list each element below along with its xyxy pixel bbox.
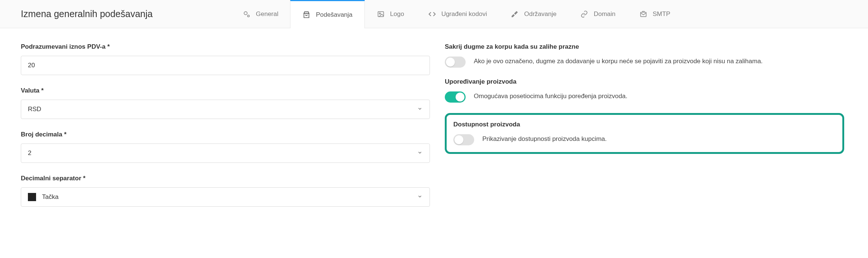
form-group-vat: Podrazumevani iznos PDV-a *: [21, 43, 430, 75]
availability-highlight-box: Dostupnost proizvoda Prikazivanje dostup…: [445, 113, 844, 154]
tabs: General Podešavanja Logo Ugrađeni kodovi: [231, 0, 682, 28]
availability-title: Dostupnost proizvoda: [453, 121, 836, 128]
tab-label: Podešavanja: [316, 11, 352, 19]
mail-icon: [639, 10, 647, 18]
currency-label: Valuta *: [21, 87, 430, 94]
tab-embedded-codes[interactable]: Ugrađeni kodovi: [416, 0, 499, 28]
currency-value: RSD: [28, 106, 41, 113]
gear-icon: [242, 10, 251, 18]
toggle-section-compare: Upoređivanje proizvoda Omogućava posetio…: [445, 78, 844, 103]
tab-domain[interactable]: Domain: [568, 0, 627, 28]
tab-label: Ugrađeni kodovi: [441, 10, 487, 18]
hide-cart-toggle[interactable]: [445, 57, 466, 68]
image-icon: [377, 10, 385, 18]
compare-desc: Omogućava posetiocima funkciju poređenja…: [474, 91, 627, 101]
tools-icon: [511, 10, 519, 18]
decimal-separator-label: Decimalni separator *: [21, 175, 430, 182]
tab-settings[interactable]: Podešavanja: [290, 0, 364, 28]
tab-general[interactable]: General: [231, 0, 290, 28]
form-group-decimals: Broj decimala * 2: [21, 131, 430, 163]
tab-label: Domain: [594, 10, 615, 18]
tab-logo[interactable]: Logo: [365, 0, 416, 28]
tab-label: General: [256, 10, 278, 18]
form-group-currency: Valuta * RSD: [21, 87, 430, 119]
compare-title: Upoređivanje proizvoda: [445, 78, 844, 86]
color-swatch: [28, 193, 36, 201]
currency-select[interactable]: RSD: [21, 100, 430, 119]
availability-toggle[interactable]: [453, 134, 474, 145]
code-icon: [428, 10, 436, 18]
decimal-separator-value: Tačka: [42, 193, 58, 201]
vat-input[interactable]: [21, 56, 430, 75]
page-title: Izmena generalnih podešavanja: [0, 0, 231, 28]
svg-point-3: [379, 13, 380, 14]
compare-toggle[interactable]: [445, 91, 466, 103]
toggle-section-hide-cart: Sakrij dugme za korpu kada su zalihe pra…: [445, 43, 844, 68]
right-column: Sakrij dugme za korpu kada su zalihe pra…: [445, 43, 859, 207]
tab-label: Održavanje: [524, 10, 556, 18]
left-column: Podrazumevani iznos PDV-a * Valuta * RSD…: [21, 43, 430, 207]
tab-label: Logo: [390, 10, 404, 18]
hide-cart-title: Sakrij dugme za korpu kada su zalihe pra…: [445, 43, 844, 51]
tab-maintenance[interactable]: Održavanje: [499, 0, 568, 28]
decimals-label: Broj decimala *: [21, 131, 430, 138]
svg-rect-2: [378, 12, 383, 16]
shopping-bag-icon: [302, 11, 311, 19]
decimals-select[interactable]: 2: [21, 143, 430, 163]
hide-cart-desc: Ako je ovo označeno, dugme za dodavanje …: [474, 57, 763, 66]
availability-desc: Prikazivanje dostupnosti proizvoda kupci…: [482, 134, 607, 144]
tab-label: SMTP: [653, 10, 670, 18]
decimal-separator-select[interactable]: Tačka: [21, 187, 430, 207]
tab-smtp[interactable]: SMTP: [627, 0, 682, 28]
decimals-value: 2: [28, 149, 31, 157]
header: Izmena generalnih podešavanja General Po…: [0, 0, 868, 28]
form-group-decimal-separator: Decimalni separator * Tačka: [21, 175, 430, 207]
svg-point-0: [244, 12, 247, 14]
vat-label: Podrazumevani iznos PDV-a *: [21, 43, 430, 51]
svg-point-1: [248, 15, 250, 17]
link-icon: [580, 10, 588, 18]
